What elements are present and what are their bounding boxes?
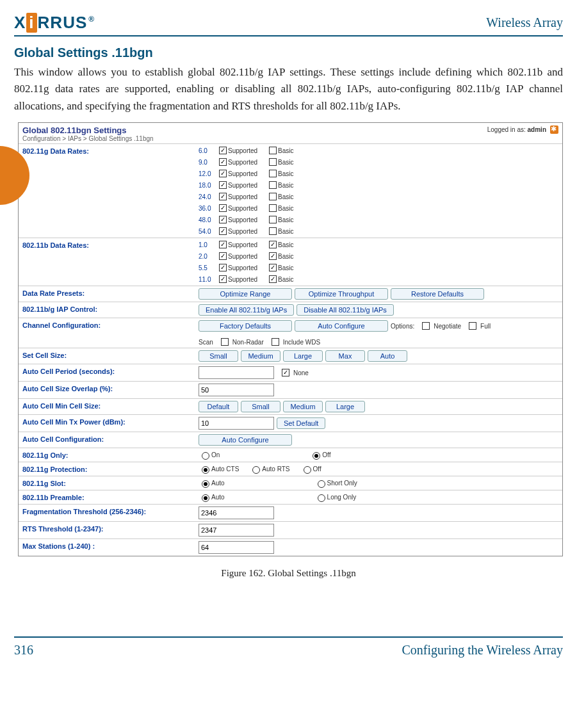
page-number: 316 bbox=[14, 643, 33, 658]
panel-title: Global 802.11bgn Settings bbox=[22, 125, 154, 135]
rate-row: 48.0SupportedBasic bbox=[199, 216, 429, 223]
supported-checkbox[interactable] bbox=[219, 275, 227, 283]
restore-defaults-button[interactable]: Restore Defaults bbox=[391, 288, 484, 300]
rts-threshold-input[interactable] bbox=[199, 524, 274, 537]
basic-checkbox[interactable] bbox=[269, 264, 277, 271]
gear-icon[interactable] bbox=[550, 125, 558, 134]
factory-defaults-button[interactable]: Factory Defaults bbox=[199, 320, 292, 332]
rate-row: 5.5SupportedBasic bbox=[199, 264, 429, 271]
rate-row: 54.0SupportedBasic bbox=[199, 227, 429, 235]
section-title: Global Settings .11bgn bbox=[14, 45, 563, 60]
mincell-default-button[interactable]: Default bbox=[199, 401, 238, 412]
basic-checkbox[interactable] bbox=[269, 158, 277, 166]
auto-configure-cell-button[interactable]: Auto Configure bbox=[199, 434, 292, 446]
row-data-rate-presets: Data Rate Presets: Optimize Range Optimi… bbox=[19, 286, 562, 302]
gprot-autocts-radio[interactable] bbox=[202, 466, 209, 474]
supported-checkbox[interactable] bbox=[219, 216, 227, 223]
rate-row: 11.0SupportedBasic bbox=[199, 275, 429, 283]
set-default-button[interactable]: Set Default bbox=[277, 417, 325, 429]
supported-checkbox[interactable] bbox=[219, 264, 227, 271]
supported-checkbox[interactable] bbox=[219, 147, 227, 154]
basic-checkbox[interactable] bbox=[269, 181, 277, 189]
row-rts-threshold: RTS Threshold (1-2347): bbox=[19, 521, 562, 538]
rate-row: 24.0SupportedBasic bbox=[199, 193, 429, 200]
page-footer: 316 Configuring the Wireless Array bbox=[14, 636, 563, 658]
row-fragmentation-threshold: Fragmentation Threshold (256-2346): bbox=[19, 504, 562, 521]
basic-checkbox[interactable] bbox=[269, 147, 277, 154]
max-stations-input[interactable] bbox=[199, 541, 274, 554]
rate-row: 6.0SupportedBasic bbox=[199, 147, 429, 154]
rate-row: 1.0SupportedBasic bbox=[199, 241, 429, 248]
figure-caption: Figure 162. Global Settings .11bgn bbox=[14, 568, 563, 579]
full-checkbox[interactable] bbox=[469, 322, 476, 330]
row-channel-configuration: Channel Configuration: Factory Defaults … bbox=[19, 318, 562, 348]
gonly-on-radio[interactable] bbox=[202, 452, 209, 460]
mincell-medium-button[interactable]: Medium bbox=[283, 401, 323, 412]
gprot-autorts-radio[interactable] bbox=[252, 466, 260, 474]
page-header: XiRRUS® Wireless Array bbox=[14, 13, 563, 36]
basic-checkbox[interactable] bbox=[269, 216, 277, 223]
mincell-small-button[interactable]: Small bbox=[241, 401, 280, 412]
basic-checkbox[interactable] bbox=[269, 193, 277, 200]
supported-checkbox[interactable] bbox=[219, 193, 227, 200]
basic-checkbox[interactable] bbox=[269, 275, 277, 283]
rate-row: 36.0SupportedBasic bbox=[199, 204, 429, 212]
header-product: Wireless Array bbox=[486, 15, 563, 30]
mincell-large-button[interactable]: Large bbox=[325, 401, 365, 412]
row-802-11b-preamble: 802.11b Preamble: Auto Long Only bbox=[19, 490, 562, 504]
row-802-11g-protection: 802.11g Protection: Auto CTS Auto RTS Of… bbox=[19, 462, 562, 476]
row-802-11g-slot: 802.11g Slot: Auto Short Only bbox=[19, 476, 562, 490]
cell-small-button[interactable]: Small bbox=[199, 350, 238, 362]
settings-screenshot: Global 802.11bgn Settings Configuration … bbox=[18, 122, 563, 556]
negotiate-checkbox[interactable] bbox=[422, 322, 430, 330]
gslot-short-radio[interactable] bbox=[318, 480, 325, 488]
breadcrumb: Configuration > IAPs > Global Settings .… bbox=[22, 135, 154, 142]
supported-checkbox[interactable] bbox=[219, 252, 227, 260]
rate-row: 12.0SupportedBasic bbox=[199, 170, 429, 177]
footer-text: Configuring the Wireless Array bbox=[402, 643, 563, 658]
row-802-11g-rates: 802.11g Data Rates: 6.0SupportedBasic9.0… bbox=[19, 143, 562, 238]
include-wds-checkbox bbox=[272, 338, 279, 346]
cell-large-button[interactable]: Large bbox=[283, 350, 323, 362]
basic-checkbox[interactable] bbox=[269, 241, 277, 248]
gonly-off-radio[interactable] bbox=[313, 452, 320, 460]
supported-checkbox[interactable] bbox=[219, 181, 227, 189]
cell-max-button[interactable]: Max bbox=[325, 350, 365, 362]
cell-medium-button[interactable]: Medium bbox=[241, 350, 280, 362]
row-auto-cell-min-size: Auto Cell Min Cell Size: Default Small M… bbox=[19, 398, 562, 414]
enable-all-iaps-button[interactable]: Enable All 802.11b/g IAPs bbox=[199, 304, 294, 316]
basic-checkbox[interactable] bbox=[269, 227, 277, 235]
gslot-auto-radio[interactable] bbox=[202, 480, 209, 488]
supported-checkbox[interactable] bbox=[219, 204, 227, 212]
bpre-auto-radio[interactable] bbox=[202, 494, 209, 502]
basic-checkbox[interactable] bbox=[269, 204, 277, 212]
row-max-stations: Max Stations (1-240) : bbox=[19, 538, 562, 556]
supported-checkbox[interactable] bbox=[219, 158, 227, 166]
disable-all-iaps-button[interactable]: Disable All 802.11b/g IAPs bbox=[297, 304, 394, 316]
gprot-off-radio[interactable] bbox=[304, 466, 311, 474]
basic-checkbox[interactable] bbox=[269, 170, 277, 177]
supported-checkbox[interactable] bbox=[219, 241, 227, 248]
basic-checkbox[interactable] bbox=[269, 252, 277, 260]
intro-paragraph: This window allows you to establish glob… bbox=[14, 64, 563, 115]
auto-configure-channel-button[interactable]: Auto Configure bbox=[295, 320, 388, 332]
auto-cell-period-none-checkbox[interactable] bbox=[282, 369, 289, 376]
row-auto-cell-configuration: Auto Cell Configuration: Auto Configure bbox=[19, 432, 562, 448]
row-auto-cell-overlap: Auto Cell Size Overlap (%): bbox=[19, 381, 562, 398]
optimize-range-button[interactable]: Optimize Range bbox=[199, 288, 292, 300]
auto-cell-period-input[interactable] bbox=[199, 366, 274, 379]
rate-row: 2.0SupportedBasic bbox=[199, 252, 429, 260]
supported-checkbox[interactable] bbox=[219, 170, 227, 177]
frag-threshold-input[interactable] bbox=[199, 506, 274, 519]
row-802-11b-rates: 802.11b Data Rates: 1.0SupportedBasic2.0… bbox=[19, 238, 562, 286]
cell-auto-button[interactable]: Auto bbox=[368, 350, 407, 362]
non-radar-checkbox[interactable] bbox=[221, 338, 229, 346]
optimize-throughput-button[interactable]: Optimize Throughput bbox=[295, 288, 388, 300]
row-iap-control: 802.11b/g IAP Control: Enable All 802.11… bbox=[19, 302, 562, 318]
brand-logo: XiRRUS® bbox=[14, 13, 95, 33]
bpre-long-radio[interactable] bbox=[318, 494, 325, 502]
rate-row: 9.0SupportedBasic bbox=[199, 158, 429, 166]
supported-checkbox[interactable] bbox=[219, 227, 227, 235]
min-tx-power-input[interactable] bbox=[199, 417, 274, 430]
auto-cell-overlap-input[interactable] bbox=[199, 384, 274, 396]
